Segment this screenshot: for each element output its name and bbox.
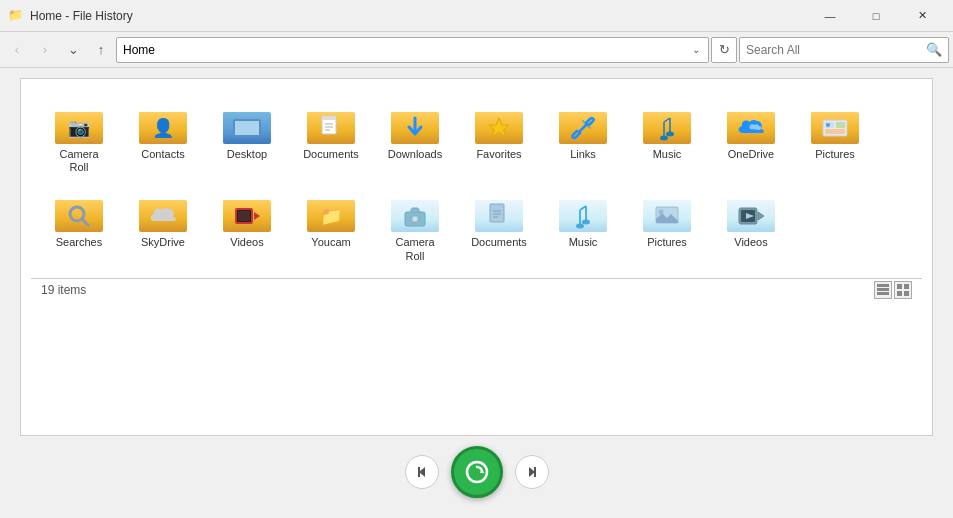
svg-point-26 — [576, 224, 584, 229]
view-icons — [874, 281, 912, 299]
folder-icon-lib-camera-roll — [391, 192, 439, 232]
folder-lib-camera-roll[interactable]: CameraRoll — [375, 185, 455, 269]
up-button[interactable]: ↑ — [88, 37, 114, 63]
svg-line-14 — [82, 219, 88, 225]
folder-desktop[interactable]: Desktop — [207, 97, 287, 181]
folder-searches[interactable]: Searches — [39, 185, 119, 269]
svg-point-30 — [659, 210, 664, 215]
folder-lib-documents[interactable]: Documents — [459, 185, 539, 269]
folder-music[interactable]: Music — [627, 97, 707, 181]
folder-lib-music[interactable]: Music — [543, 185, 623, 269]
folder-icon-links — [559, 104, 607, 144]
folder-icon-documents — [307, 104, 355, 144]
svg-point-12 — [826, 123, 830, 127]
folder-icon-camera-roll: 📷 — [55, 104, 103, 144]
prev-button[interactable] — [405, 455, 439, 489]
svg-rect-36 — [877, 288, 889, 291]
svg-rect-1 — [322, 116, 336, 120]
search-input[interactable] — [746, 43, 926, 57]
next-button[interactable] — [515, 455, 549, 489]
maximize-button[interactable]: □ — [853, 0, 899, 32]
folder-pictures[interactable]: Pictures — [795, 97, 875, 181]
svg-rect-38 — [897, 284, 902, 289]
svg-point-6 — [660, 136, 668, 141]
folder-downloads[interactable]: Downloads — [375, 97, 455, 181]
svg-rect-43 — [418, 467, 420, 477]
folder-icon-favorites — [475, 104, 523, 144]
svg-rect-47 — [534, 467, 536, 477]
address-input[interactable] — [123, 43, 690, 57]
close-button[interactable]: ✕ — [899, 0, 945, 32]
svg-marker-16 — [254, 212, 260, 220]
folder-youcam[interactable]: 📁 Youcam — [291, 185, 371, 269]
svg-rect-41 — [904, 291, 909, 296]
minimize-button[interactable]: — — [807, 0, 853, 32]
app-icon: 📁 — [8, 8, 24, 24]
main-area: 📷 CameraRoll 👤 Contacts — [0, 68, 953, 518]
status-bar: 19 items — [31, 278, 922, 302]
svg-marker-32 — [758, 212, 764, 220]
restore-button[interactable] — [451, 446, 503, 498]
view-tiles-button[interactable] — [894, 281, 912, 299]
svg-rect-10 — [836, 122, 845, 128]
folder-icon-contacts: 👤 — [139, 104, 187, 144]
folder-icon-youcam: 📁 — [307, 192, 355, 232]
refresh-button[interactable]: ↻ — [711, 37, 737, 63]
folder-icon-lib-music — [559, 192, 607, 232]
address-input-wrap: ⌄ — [116, 37, 709, 63]
folder-lib-pictures[interactable]: Pictures — [627, 185, 707, 269]
svg-rect-35 — [877, 284, 889, 287]
bottom-nav — [20, 436, 933, 508]
folder-favorites[interactable]: Favorites — [459, 97, 539, 181]
folder-videos[interactable]: Videos — [207, 185, 287, 269]
items-count: 19 items — [41, 283, 86, 297]
forward-button[interactable]: › — [32, 37, 58, 63]
svg-rect-11 — [825, 129, 845, 134]
folder-icon-lib-videos — [727, 192, 775, 232]
svg-rect-37 — [877, 292, 889, 295]
address-dropdown-arrow[interactable]: ⌄ — [690, 44, 702, 55]
svg-rect-40 — [897, 291, 902, 296]
folder-camera-roll[interactable]: 📷 CameraRoll — [39, 97, 119, 181]
svg-point-27 — [582, 220, 590, 225]
folder-skydrive[interactable]: SkyDrive — [123, 185, 203, 269]
title-bar: 📁 Home - File History — □ ✕ — [0, 0, 953, 32]
folder-icon-music — [643, 104, 691, 144]
window-title: Home - File History — [30, 9, 807, 23]
svg-rect-18 — [238, 211, 250, 221]
folder-icon-lib-pictures — [643, 192, 691, 232]
folder-documents[interactable]: Documents — [291, 97, 371, 181]
folder-lib-videos[interactable]: Videos — [711, 185, 791, 269]
address-bar: ‹ › ⌄ ↑ ⌄ ↻ 🔍 — [0, 32, 953, 68]
folder-icon-lib-documents — [475, 192, 523, 232]
folder-icon-downloads — [391, 104, 439, 144]
svg-point-7 — [666, 132, 674, 137]
folder-links[interactable]: Links — [543, 97, 623, 181]
folder-icon-pictures — [811, 104, 859, 144]
svg-point-44 — [467, 462, 487, 482]
search-icon: 🔍 — [926, 42, 942, 57]
folder-icon-skydrive — [139, 192, 187, 232]
dropdown-button[interactable]: ⌄ — [60, 37, 86, 63]
folder-grid: 📷 CameraRoll 👤 Contacts — [31, 89, 922, 278]
folder-contacts[interactable]: 👤 Contacts — [123, 97, 203, 181]
folder-onedrive[interactable]: OneDrive — [711, 97, 791, 181]
view-details-button[interactable] — [874, 281, 892, 299]
folder-icon-searches — [55, 192, 103, 232]
folder-icon-desktop — [223, 104, 271, 144]
file-panel: 📷 CameraRoll 👤 Contacts — [20, 78, 933, 436]
folder-icon-onedrive — [727, 104, 775, 144]
svg-point-21 — [413, 217, 417, 221]
svg-rect-39 — [904, 284, 909, 289]
svg-marker-5 — [489, 118, 509, 137]
folder-icon-videos — [223, 192, 271, 232]
svg-rect-22 — [490, 204, 504, 222]
window-controls: — □ ✕ — [807, 0, 945, 32]
search-wrap: 🔍 — [739, 37, 949, 63]
back-button[interactable]: ‹ — [4, 37, 30, 63]
